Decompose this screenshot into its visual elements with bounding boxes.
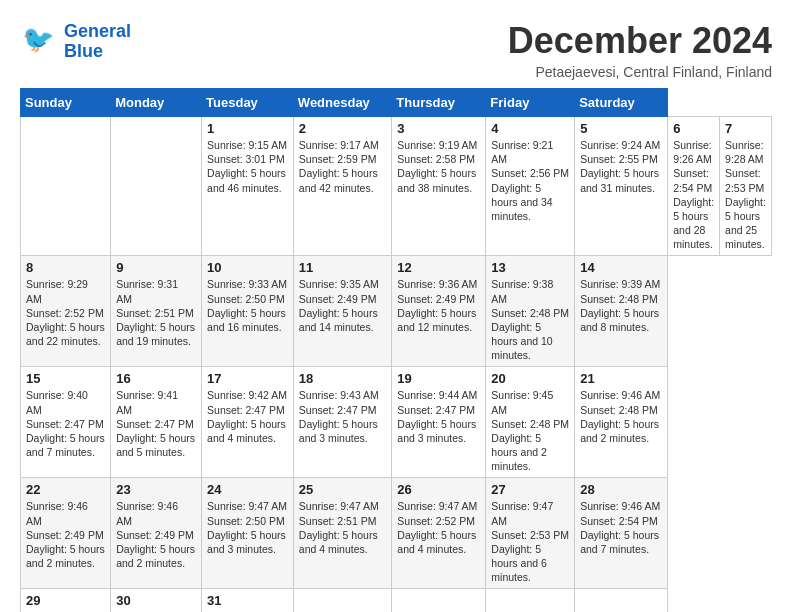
location-text: Petaejaevesi, Central Finland, Finland [508, 64, 772, 80]
calendar-week-row: 29 Sunrise: 9:46 AM Sunset: 2:55 PM Dayl… [21, 589, 772, 612]
calendar-cell [486, 589, 575, 612]
calendar-cell: 17 Sunrise: 9:42 AM Sunset: 2:47 PM Dayl… [202, 367, 294, 478]
day-number: 6 [673, 121, 714, 136]
day-number: 17 [207, 371, 288, 386]
calendar-header-row: SundayMondayTuesdayWednesdayThursdayFrid… [21, 89, 772, 117]
day-info: Sunrise: 9:40 AM Sunset: 2:47 PM Dayligh… [26, 389, 105, 458]
weekday-header-tuesday: Tuesday [202, 89, 294, 117]
calendar-cell: 31 Sunrise: 9:45 AM Sunset: 2:58 PM Dayl… [202, 589, 294, 612]
day-info: Sunrise: 9:28 AM Sunset: 2:53 PM Dayligh… [725, 139, 766, 250]
weekday-header-wednesday: Wednesday [293, 89, 392, 117]
calendar-cell [111, 117, 202, 256]
day-number: 25 [299, 482, 387, 497]
day-info: Sunrise: 9:21 AM Sunset: 2:56 PM Dayligh… [491, 139, 569, 222]
calendar-cell [392, 589, 486, 612]
calendar-cell: 11 Sunrise: 9:35 AM Sunset: 2:49 PM Dayl… [293, 256, 392, 367]
calendar-cell: 3 Sunrise: 9:19 AM Sunset: 2:58 PM Dayli… [392, 117, 486, 256]
title-block: December 2024 Petaejaevesi, Central Finl… [508, 20, 772, 80]
calendar-cell: 22 Sunrise: 9:46 AM Sunset: 2:49 PM Dayl… [21, 478, 111, 589]
logo-text: General Blue [64, 22, 131, 62]
calendar-cell: 2 Sunrise: 9:17 AM Sunset: 2:59 PM Dayli… [293, 117, 392, 256]
calendar-cell: 8 Sunrise: 9:29 AM Sunset: 2:52 PM Dayli… [21, 256, 111, 367]
calendar-week-row: 8 Sunrise: 9:29 AM Sunset: 2:52 PM Dayli… [21, 256, 772, 367]
day-info: Sunrise: 9:17 AM Sunset: 2:59 PM Dayligh… [299, 139, 379, 194]
calendar-cell: 7 Sunrise: 9:28 AM Sunset: 2:53 PM Dayli… [720, 117, 772, 256]
day-number: 4 [491, 121, 569, 136]
day-info: Sunrise: 9:46 AM Sunset: 2:54 PM Dayligh… [580, 500, 660, 555]
day-number: 29 [26, 593, 105, 608]
day-info: Sunrise: 9:29 AM Sunset: 2:52 PM Dayligh… [26, 278, 105, 347]
day-info: Sunrise: 9:36 AM Sunset: 2:49 PM Dayligh… [397, 278, 477, 333]
day-number: 3 [397, 121, 480, 136]
day-info: Sunrise: 9:47 AM Sunset: 2:52 PM Dayligh… [397, 500, 477, 555]
calendar-cell: 25 Sunrise: 9:47 AM Sunset: 2:51 PM Dayl… [293, 478, 392, 589]
day-info: Sunrise: 9:43 AM Sunset: 2:47 PM Dayligh… [299, 389, 379, 444]
day-number: 23 [116, 482, 196, 497]
day-info: Sunrise: 9:47 AM Sunset: 2:50 PM Dayligh… [207, 500, 287, 555]
day-info: Sunrise: 9:41 AM Sunset: 2:47 PM Dayligh… [116, 389, 195, 458]
day-number: 10 [207, 260, 288, 275]
calendar-cell: 30 Sunrise: 9:46 AM Sunset: 2:57 PM Dayl… [111, 589, 202, 612]
calendar-cell: 26 Sunrise: 9:47 AM Sunset: 2:52 PM Dayl… [392, 478, 486, 589]
day-number: 9 [116, 260, 196, 275]
day-number: 30 [116, 593, 196, 608]
day-number: 19 [397, 371, 480, 386]
calendar-cell: 15 Sunrise: 9:40 AM Sunset: 2:47 PM Dayl… [21, 367, 111, 478]
calendar-cell: 20 Sunrise: 9:45 AM Sunset: 2:48 PM Dayl… [486, 367, 575, 478]
day-info: Sunrise: 9:47 AM Sunset: 2:53 PM Dayligh… [491, 500, 569, 583]
day-number: 11 [299, 260, 387, 275]
day-info: Sunrise: 9:46 AM Sunset: 2:49 PM Dayligh… [26, 500, 105, 569]
day-info: Sunrise: 9:46 AM Sunset: 2:49 PM Dayligh… [116, 500, 195, 569]
logo-bird-icon: 🐦 [20, 20, 60, 60]
day-number: 14 [580, 260, 662, 275]
day-info: Sunrise: 9:44 AM Sunset: 2:47 PM Dayligh… [397, 389, 477, 444]
weekday-header-saturday: Saturday [575, 89, 668, 117]
svg-text:🐦: 🐦 [22, 23, 55, 55]
day-number: 21 [580, 371, 662, 386]
calendar-cell: 10 Sunrise: 9:33 AM Sunset: 2:50 PM Dayl… [202, 256, 294, 367]
calendar-cell [21, 117, 111, 256]
calendar-cell: 21 Sunrise: 9:46 AM Sunset: 2:48 PM Dayl… [575, 367, 668, 478]
day-number: 13 [491, 260, 569, 275]
day-info: Sunrise: 9:39 AM Sunset: 2:48 PM Dayligh… [580, 278, 660, 333]
day-number: 26 [397, 482, 480, 497]
calendar-cell: 9 Sunrise: 9:31 AM Sunset: 2:51 PM Dayli… [111, 256, 202, 367]
day-info: Sunrise: 9:31 AM Sunset: 2:51 PM Dayligh… [116, 278, 195, 347]
day-info: Sunrise: 9:35 AM Sunset: 2:49 PM Dayligh… [299, 278, 379, 333]
weekday-header-friday: Friday [486, 89, 575, 117]
day-number: 12 [397, 260, 480, 275]
day-number: 18 [299, 371, 387, 386]
day-number: 5 [580, 121, 662, 136]
day-number: 16 [116, 371, 196, 386]
day-info: Sunrise: 9:33 AM Sunset: 2:50 PM Dayligh… [207, 278, 287, 333]
day-info: Sunrise: 9:45 AM Sunset: 2:48 PM Dayligh… [491, 389, 569, 472]
calendar-week-row: 22 Sunrise: 9:46 AM Sunset: 2:49 PM Dayl… [21, 478, 772, 589]
logo: 🐦 General Blue [20, 20, 131, 64]
calendar-cell: 13 Sunrise: 9:38 AM Sunset: 2:48 PM Dayl… [486, 256, 575, 367]
day-info: Sunrise: 9:26 AM Sunset: 2:54 PM Dayligh… [673, 139, 714, 250]
calendar-table: SundayMondayTuesdayWednesdayThursdayFrid… [20, 88, 772, 612]
calendar-cell: 24 Sunrise: 9:47 AM Sunset: 2:50 PM Dayl… [202, 478, 294, 589]
day-number: 20 [491, 371, 569, 386]
day-info: Sunrise: 9:24 AM Sunset: 2:55 PM Dayligh… [580, 139, 660, 194]
day-number: 28 [580, 482, 662, 497]
calendar-week-row: 15 Sunrise: 9:40 AM Sunset: 2:47 PM Dayl… [21, 367, 772, 478]
day-info: Sunrise: 9:46 AM Sunset: 2:48 PM Dayligh… [580, 389, 660, 444]
weekday-header-monday: Monday [111, 89, 202, 117]
day-number: 8 [26, 260, 105, 275]
calendar-cell [575, 589, 668, 612]
weekday-header-thursday: Thursday [392, 89, 486, 117]
day-info: Sunrise: 9:42 AM Sunset: 2:47 PM Dayligh… [207, 389, 287, 444]
day-number: 15 [26, 371, 105, 386]
day-number: 24 [207, 482, 288, 497]
calendar-cell: 27 Sunrise: 9:47 AM Sunset: 2:53 PM Dayl… [486, 478, 575, 589]
month-title: December 2024 [508, 20, 772, 62]
day-info: Sunrise: 9:38 AM Sunset: 2:48 PM Dayligh… [491, 278, 569, 361]
day-number: 1 [207, 121, 288, 136]
calendar-cell: 18 Sunrise: 9:43 AM Sunset: 2:47 PM Dayl… [293, 367, 392, 478]
calendar-cell: 1 Sunrise: 9:15 AM Sunset: 3:01 PM Dayli… [202, 117, 294, 256]
calendar-cell: 12 Sunrise: 9:36 AM Sunset: 2:49 PM Dayl… [392, 256, 486, 367]
day-info: Sunrise: 9:19 AM Sunset: 2:58 PM Dayligh… [397, 139, 477, 194]
calendar-cell: 28 Sunrise: 9:46 AM Sunset: 2:54 PM Dayl… [575, 478, 668, 589]
calendar-cell: 5 Sunrise: 9:24 AM Sunset: 2:55 PM Dayli… [575, 117, 668, 256]
